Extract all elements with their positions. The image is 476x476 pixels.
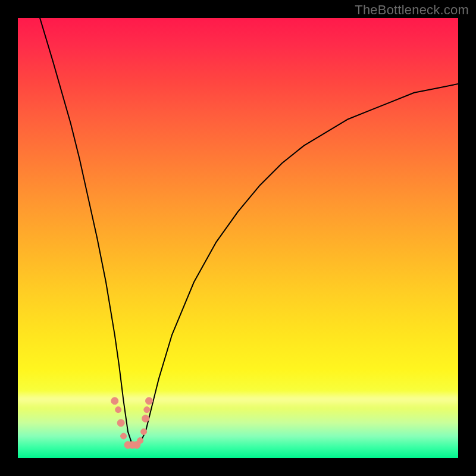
bottleneck-curve [40,18,458,445]
data-marker [111,397,118,405]
data-marker [142,415,149,422]
curve-svg [18,18,458,458]
data-marker [115,407,121,413]
data-marker [146,397,153,405]
marker-group [111,397,153,449]
data-marker [121,433,127,439]
data-marker [137,437,143,443]
data-marker [141,429,147,435]
plot-area [18,18,458,458]
chart-frame: TheBottleneck.com [0,0,476,476]
watermark-text: TheBottleneck.com [355,2,469,18]
data-marker [117,419,124,427]
data-marker [144,407,150,413]
